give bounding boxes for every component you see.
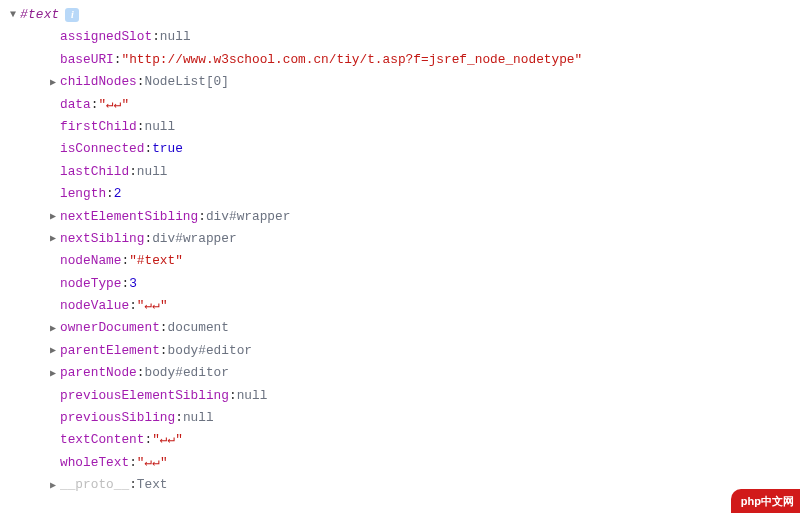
object-header-label: #text <box>20 4 59 26</box>
colon: : <box>137 362 145 384</box>
property-value: null <box>160 26 191 48</box>
property-row: ▶data: "↵↵" <box>8 94 800 116</box>
property-row: ▶assignedSlot: null <box>8 26 800 48</box>
colon: : <box>129 474 137 496</box>
property-row: ▶previousElementSibling: null <box>8 385 800 407</box>
property-row: ▶nodeValue: "↵↵" <box>8 295 800 317</box>
property-value: "#text" <box>129 250 183 272</box>
property-name: nodeName <box>60 250 121 272</box>
site-watermark: php中文网 <box>731 489 800 513</box>
property-value: div#wrapper <box>152 228 236 250</box>
property-name: textContent <box>60 429 144 451</box>
property-value: null <box>183 407 214 429</box>
colon: : <box>137 116 145 138</box>
chevron-right-icon[interactable]: ▶ <box>48 342 58 360</box>
property-name: nextElementSibling <box>60 206 198 228</box>
property-row[interactable]: ▶parentNode: body#editor <box>8 362 800 384</box>
property-value: Text <box>137 474 168 496</box>
property-value: "↵↵" <box>137 295 168 317</box>
property-row: ▶isConnected: true <box>8 138 800 160</box>
colon: : <box>175 407 183 429</box>
colon: : <box>229 385 237 407</box>
colon: : <box>160 317 168 339</box>
property-value: document <box>168 317 229 339</box>
property-name: previousElementSibling <box>60 385 229 407</box>
property-name: __proto__ <box>60 474 129 496</box>
colon: : <box>114 49 122 71</box>
property-row[interactable]: ▶nextSibling: div#wrapper <box>8 228 800 250</box>
property-name: nodeValue <box>60 295 129 317</box>
property-name: parentNode <box>60 362 137 384</box>
property-name: firstChild <box>60 116 137 138</box>
property-name: isConnected <box>60 138 144 160</box>
property-name: parentElement <box>60 340 160 362</box>
property-value: null <box>137 161 168 183</box>
property-value: body#editor <box>168 340 252 362</box>
colon: : <box>91 94 99 116</box>
property-row: ▶length: 2 <box>8 183 800 205</box>
property-name: nextSibling <box>60 228 144 250</box>
colon: : <box>144 429 152 451</box>
colon: : <box>129 295 137 317</box>
property-value: null <box>237 385 268 407</box>
property-name: data <box>60 94 91 116</box>
property-name: wholeText <box>60 452 129 474</box>
property-row[interactable]: ▶childNodes: NodeList[0] <box>8 71 800 93</box>
colon: : <box>121 250 129 272</box>
property-row: ▶firstChild: null <box>8 116 800 138</box>
property-name: assignedSlot <box>60 26 152 48</box>
property-name: previousSibling <box>60 407 175 429</box>
property-row: ▶nodeType: 3 <box>8 273 800 295</box>
colon: : <box>137 71 145 93</box>
property-row[interactable]: ▶nextElementSibling: div#wrapper <box>8 206 800 228</box>
property-value: "↵↵" <box>137 452 168 474</box>
property-row: ▶lastChild: null <box>8 161 800 183</box>
property-row[interactable]: ▶parentElement: body#editor <box>8 340 800 362</box>
colon: : <box>144 138 152 160</box>
object-header-row[interactable]: ▼ #text i <box>8 4 800 26</box>
property-row-proto[interactable]: ▶ __proto__ : Text <box>8 474 800 496</box>
property-value: 3 <box>129 273 137 295</box>
property-value: div#wrapper <box>206 206 290 228</box>
property-row: ▶textContent: "↵↵" <box>8 429 800 451</box>
property-value: 2 <box>114 183 122 205</box>
property-row: ▶nodeName: "#text" <box>8 250 800 272</box>
property-name: length <box>60 183 106 205</box>
property-name: baseURI <box>60 49 114 71</box>
property-value: "↵↵" <box>152 429 183 451</box>
colon: : <box>144 228 152 250</box>
property-name: nodeType <box>60 273 121 295</box>
property-name: ownerDocument <box>60 317 160 339</box>
colon: : <box>121 273 129 295</box>
property-value: NodeList[0] <box>144 71 228 93</box>
chevron-right-icon[interactable]: ▶ <box>48 208 58 226</box>
colon: : <box>152 26 160 48</box>
property-row: ▶previousSibling: null <box>8 407 800 429</box>
colon: : <box>160 340 168 362</box>
colon: : <box>198 206 206 228</box>
chevron-right-icon[interactable]: ▶ <box>48 74 58 92</box>
property-value: "↵↵" <box>98 94 129 116</box>
property-name: childNodes <box>60 71 137 93</box>
chevron-right-icon[interactable]: ▶ <box>48 320 58 338</box>
info-icon[interactable]: i <box>65 8 79 22</box>
property-value: null <box>144 116 175 138</box>
property-name: lastChild <box>60 161 129 183</box>
property-value: body#editor <box>144 362 228 384</box>
property-row: ▶baseURI: "http://www.w3school.com.cn/ti… <box>8 49 800 71</box>
chevron-right-icon[interactable]: ▶ <box>48 365 58 383</box>
chevron-right-icon[interactable]: ▶ <box>48 477 58 495</box>
colon: : <box>129 452 137 474</box>
colon: : <box>129 161 137 183</box>
colon: : <box>106 183 114 205</box>
property-value: true <box>152 138 183 160</box>
property-row: ▶wholeText: "↵↵" <box>8 452 800 474</box>
chevron-right-icon[interactable]: ▶ <box>48 230 58 248</box>
property-row[interactable]: ▶ownerDocument: document <box>8 317 800 339</box>
chevron-down-icon[interactable]: ▼ <box>8 6 18 24</box>
property-value: "http://www.w3school.com.cn/tiy/t.asp?f=… <box>121 49 582 71</box>
